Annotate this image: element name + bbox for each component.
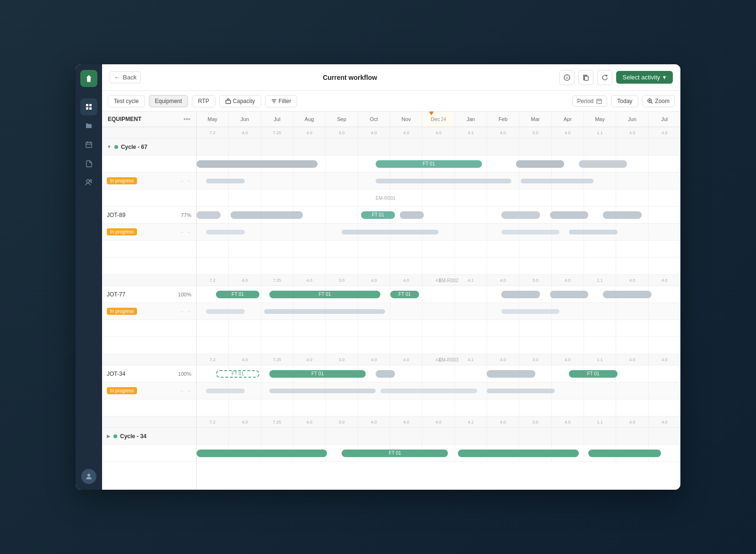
zoom-button[interactable]: Zoom [642, 95, 675, 107]
timeline-months: May Jun Jul Aug Sep Oct Nov Dec 24 Jan F… [197, 112, 680, 127]
header: ← Back Current workflow Select activ [102, 64, 680, 91]
job89-pct: 77% [181, 212, 191, 218]
cycle34-bar-row-left [102, 445, 196, 462]
page-title: Current workflow [146, 74, 554, 81]
cycle34-dot [113, 434, 117, 438]
status-badge-job34: In progress [107, 387, 137, 394]
cycle-67-label: Cycle - 67 [121, 144, 147, 150]
em-r001-row: EM-R001 [197, 190, 680, 207]
job77-label: JOT-77 [107, 291, 125, 298]
back-button[interactable]: ← Back [110, 71, 141, 83]
capacity-row-4: 7.2 4.0 7.25 4.0 3.0 4.0 4.0 4.0 4.1 4.0 [197, 416, 680, 428]
collapse-icon-cycle34[interactable]: ▶ [107, 433, 111, 439]
job89-label: JOT-89 [107, 212, 125, 218]
svg-rect-0 [86, 104, 88, 106]
spacer4 [102, 337, 196, 354]
job1-status-row: In progress ← → [102, 173, 196, 190]
svg-rect-1 [89, 104, 92, 106]
cycle-dot [114, 145, 118, 149]
em-r001-label: EM-R001 [376, 195, 395, 200]
job89-status-bar-row [197, 224, 680, 241]
em-r002-label: EM-R002 [438, 277, 458, 283]
select-activity-button[interactable]: Select activity ▾ [616, 71, 673, 84]
job1-bar-right [516, 160, 564, 168]
month-aug: Aug [293, 112, 326, 127]
tab-equipment[interactable]: Equipment [149, 95, 188, 107]
app-window: ← Back Current workflow Select activ [76, 64, 680, 490]
gantt-right-panel: 7.2 4.0 7.25 4.0 3.0 4.0 4.0 4.0 4.1 4.0 [197, 127, 680, 490]
sidebar-bottom [81, 469, 96, 484]
month-sep: Sep [326, 112, 358, 127]
today-button[interactable]: Today [611, 95, 638, 107]
em-r003-label: EM-R003 [438, 357, 458, 362]
month-oct: Oct [358, 112, 390, 127]
more-options-icon[interactable]: ••• [183, 115, 190, 123]
gantt-left-panel: ▼ Cycle - 67 In progress ← → [102, 127, 197, 490]
copy-button[interactable] [578, 70, 593, 85]
job89-status-row: In progress ← → [102, 224, 196, 241]
svg-point-9 [90, 180, 92, 182]
capacity-button[interactable]: Capacity [219, 95, 261, 107]
job89-nav-arrows[interactable]: ← → [180, 229, 191, 235]
month-nov: Nov [390, 112, 422, 127]
month-apr: Apr [552, 112, 584, 127]
em-r003-label-row [102, 354, 196, 365]
info-button[interactable] [559, 70, 575, 85]
sidebar-item-folder[interactable] [80, 117, 97, 134]
job77-nav-arrows[interactable]: ← → [180, 309, 191, 314]
flag-marker [429, 112, 434, 115]
job1-bar-row: FT 01 [197, 156, 680, 173]
app-logo [80, 70, 97, 87]
cycle-67-row[interactable]: ▼ Cycle - 67 [102, 138, 196, 156]
cycle-34-row[interactable]: ▶ Cycle - 34 [102, 428, 196, 445]
svg-point-13 [567, 76, 567, 77]
sidebar-item-home[interactable] [80, 98, 97, 115]
em-r002-label-row [102, 275, 196, 286]
outer-background: ← Back Current workflow Select activ [0, 0, 756, 554]
month-feb: Feb [487, 112, 519, 127]
job77-spacer1 [197, 320, 680, 337]
month-dec: Dec 24 [422, 112, 455, 127]
job89-spacer1 [197, 241, 680, 258]
tab-test-cycle[interactable]: Test cycle [108, 95, 145, 107]
job1-nav-arrows[interactable]: ← → [180, 178, 191, 184]
gantt-container: EQUIPMENT ••• May Jun Jul Aug Sep Oct No… [102, 112, 680, 490]
spacer2 [102, 258, 196, 275]
job34-pct: 100% [178, 371, 191, 377]
gantt-left-header: EQUIPMENT [108, 116, 141, 122]
month-mar: Mar [519, 112, 551, 127]
svg-line-24 [651, 102, 653, 104]
job34-status-row: In progress ← → [102, 382, 196, 399]
sidebar-item-doc[interactable] [80, 155, 97, 172]
month-jan: Jan [455, 112, 487, 127]
user-avatar[interactable] [81, 469, 96, 484]
period-input[interactable]: Period [572, 95, 608, 107]
refresh-button[interactable] [597, 70, 612, 85]
job89-spacer2 [197, 258, 680, 275]
sidebar-item-users[interactable] [80, 174, 97, 191]
job77-status-row: In progress ← → [102, 303, 196, 320]
job77-pct: 100% [178, 292, 191, 297]
month-jul2: Jul [649, 112, 680, 127]
job34-label: JOT-34 [107, 371, 125, 377]
svg-point-8 [86, 180, 89, 182]
tab-rtp[interactable]: RTP [192, 95, 215, 107]
job1-status-bar-row [197, 173, 680, 190]
select-activity-label: Select activity [623, 74, 660, 81]
main-content: ← Back Current workflow Select activ [102, 64, 680, 490]
sidebar-item-calendar[interactable] [80, 136, 97, 153]
header-actions: Select activity ▾ [559, 70, 673, 85]
svg-rect-15 [226, 100, 231, 104]
spacer3 [102, 320, 196, 337]
cycle34-cap-row [102, 416, 196, 428]
filter-button[interactable]: Filter [265, 95, 298, 107]
job89-name-row: JOT-89 77% [102, 207, 196, 224]
cycle34-bars: FT 01 [197, 445, 680, 462]
job34-nav-arrows[interactable]: ← → [180, 388, 191, 394]
em-r001-spacer [102, 190, 196, 207]
job34-status-bar-row [197, 382, 680, 399]
sidebar [76, 64, 102, 490]
cycle-34-label: Cycle - 34 [120, 433, 146, 440]
capacity-header-row-cycle67 [102, 127, 196, 138]
collapse-icon-cycle67[interactable]: ▼ [107, 144, 112, 149]
